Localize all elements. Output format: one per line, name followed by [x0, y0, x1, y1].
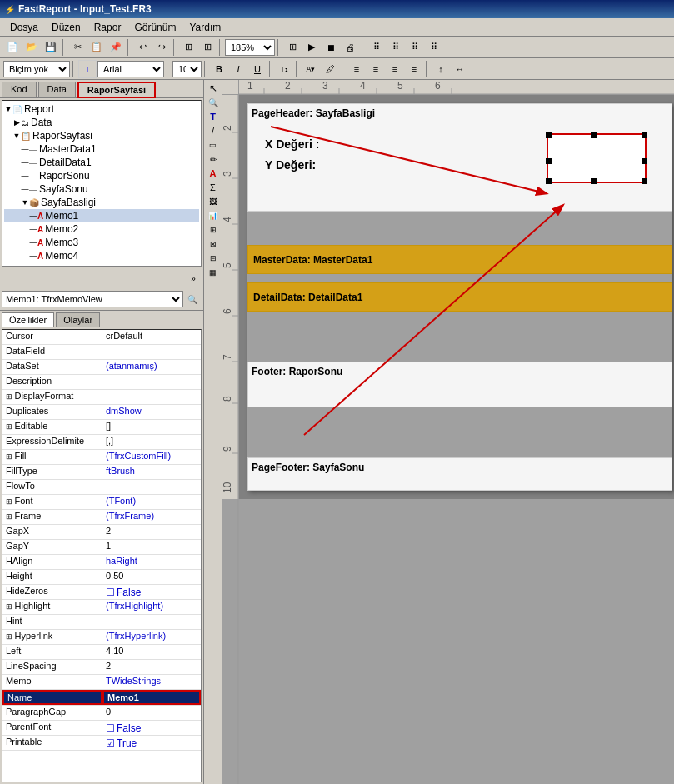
prop-editable-value[interactable]: [] [102, 420, 201, 434]
font-combo[interactable]: Arial [97, 61, 164, 77]
expand-raporsayfasi[interactable]: ▼ [12, 132, 21, 140]
zoom-tool[interactable]: 🔍 [207, 96, 220, 109]
handle-bl[interactable] [546, 178, 552, 184]
scrollable-canvas[interactable]: 1 2 3 4 5 6 [222, 80, 674, 784]
handle-br[interactable] [642, 178, 647, 184]
more-btn[interactable]: ⠿ [406, 38, 424, 57]
tree-detaildata1[interactable]: — — DetailData1 [4, 156, 199, 169]
tree-report[interactable]: ▼ 📄 Report [4, 102, 199, 116]
redo-btn[interactable]: ↪ [152, 38, 171, 57]
tab-data[interactable]: Data [38, 82, 76, 97]
expand-panel-btn[interactable]: » [184, 269, 202, 287]
prop-cursor-value[interactable]: crDefault [102, 330, 201, 344]
spacing-btn[interactable]: ↔ [451, 60, 469, 78]
tree-memo3[interactable]: — A Memo3 [4, 236, 199, 249]
prop-frame-name[interactable]: Frame [2, 510, 102, 524]
expand-memo1[interactable]: — [29, 212, 37, 220]
prop-flowto-value[interactable] [102, 480, 201, 494]
expand-memo3[interactable]: — [29, 238, 37, 247]
component-combo[interactable]: Memo1: TfrxMemoView [2, 291, 183, 307]
parentfont-checkbox[interactable]: ☐ [106, 722, 115, 734]
italic-btn[interactable]: I [229, 60, 247, 78]
copy-btn[interactable]: 📋 [87, 38, 106, 57]
line-spacing-btn[interactable]: ↕ [432, 60, 450, 78]
prop-highlight-name[interactable]: Highlight [2, 600, 102, 614]
underline-btn[interactable]: U [248, 60, 267, 78]
prop-halign-value[interactable]: haRight [102, 555, 201, 569]
tree-sayfasonu[interactable]: — — SayfaSonu [4, 182, 199, 196]
menu-yardim[interactable]: Yardım [182, 20, 227, 35]
menu-rapor[interactable]: Rapor [87, 20, 128, 35]
handle-ml[interactable] [546, 158, 552, 164]
expand-detaildata1[interactable]: — [21, 158, 29, 167]
hidezeros-checkbox[interactable]: ☐ [106, 587, 115, 598]
tab-raporsayfasi[interactable]: RaporSayfasi [77, 82, 156, 98]
stop-btn[interactable]: ⏹ [322, 38, 340, 57]
subscript-btn[interactable]: T₁ [275, 60, 293, 78]
prop-displayformat-name[interactable]: DisplayFormat [2, 390, 102, 404]
tree-sayfabasligi[interactable]: ▼ 📦 SayfaBasligi [4, 196, 199, 209]
component-search-btn[interactable]: 🔍 [183, 290, 202, 308]
prop-hyperlink-name[interactable]: Hyperlink [2, 630, 102, 644]
prop-linespacing-value[interactable]: 2 [102, 660, 201, 674]
prop-parentfont-value[interactable]: ☐ False [102, 721, 201, 735]
image-tool[interactable]: 🖼 [207, 195, 220, 208]
fontsize-combo[interactable]: 10 [172, 61, 202, 77]
tab-kod[interactable]: Kod [2, 82, 37, 97]
align-btn[interactable]: ⊞ [179, 38, 197, 57]
prop-font-value[interactable]: (TFont) [102, 495, 201, 509]
open-btn[interactable]: 📂 [22, 38, 41, 57]
expand-report[interactable]: ▼ [4, 105, 12, 113]
menu-dosya[interactable]: Dosya [3, 20, 45, 35]
paste-btn[interactable]: 📌 [107, 38, 125, 57]
tree-memo1[interactable]: — A Memo1 [4, 209, 199, 222]
tab-olaylar[interactable]: Olaylar [56, 312, 100, 327]
prop-gapx-value[interactable]: 2 [102, 525, 201, 539]
prop-frame-value[interactable]: (TfrxFrame) [102, 510, 201, 524]
rows-btn[interactable]: ⠿ [387, 38, 405, 57]
prop-left-value[interactable]: 4,10 [102, 645, 201, 659]
expand-sayfabasligi[interactable]: ▼ [21, 198, 29, 207]
grid2-btn[interactable]: ⊞ [283, 38, 302, 57]
bar-btn[interactable]: ⠿ [425, 38, 443, 57]
tool11[interactable]: ⊠ [207, 237, 220, 251]
tab-ozellikler[interactable]: Özellikler [2, 312, 54, 327]
prop-duplicates-value[interactable]: dmShow [102, 405, 201, 419]
prop-dataset-value[interactable]: (atanmamış) [102, 360, 201, 374]
save-btn[interactable]: 💾 [42, 38, 60, 57]
memo-selected-box[interactable] [547, 133, 647, 183]
expand-memo4[interactable]: — [29, 252, 37, 260]
handle-tl[interactable] [546, 132, 552, 138]
new-btn[interactable]: 📄 [3, 38, 22, 57]
menu-duzen[interactable]: Düzen [45, 20, 87, 35]
prop-font-name[interactable]: Font [2, 495, 102, 509]
prop-description-value[interactable] [102, 375, 201, 389]
prop-paragraphgap-value[interactable]: 0 [102, 706, 201, 720]
tree-memo2[interactable]: — A Memo2 [4, 222, 199, 236]
textA-tool[interactable]: A [207, 167, 220, 180]
cols-btn[interactable]: ⠿ [367, 38, 386, 57]
expand-sayfasonu[interactable]: — [21, 185, 29, 193]
grid-btn[interactable]: ⊞ [198, 38, 217, 57]
align-justify-btn[interactable]: ≡ [405, 60, 423, 78]
prop-hint-value[interactable] [102, 615, 201, 629]
prop-editable-name[interactable]: Editable [2, 420, 102, 434]
expand-raporsonu[interactable]: — [21, 172, 29, 180]
line-tool[interactable]: / [207, 124, 220, 137]
tree-memo4[interactable]: — A Memo4 [4, 249, 199, 262]
undo-btn[interactable]: ↩ [133, 38, 152, 57]
align-left-btn[interactable]: ≡ [347, 60, 366, 78]
handle-bm[interactable] [591, 178, 597, 184]
prop-displayformat-value[interactable] [102, 390, 201, 404]
tree-data[interactable]: ▶ 🗂 Data [4, 116, 199, 129]
sigma-tool[interactable]: Σ [207, 181, 220, 194]
prop-fill-name[interactable]: Fill [2, 450, 102, 464]
expand-masterdata1[interactable]: — [21, 145, 29, 153]
biçim-combo[interactable]: Biçim yok [3, 61, 70, 77]
tool13[interactable]: ▦ [207, 266, 220, 279]
menu-goruntum[interactable]: Görünüm [127, 20, 182, 35]
align-right-btn[interactable]: ≡ [386, 60, 404, 78]
handle-tm[interactable] [591, 132, 597, 138]
tree-raporsonu[interactable]: — — RaporSonu [4, 169, 199, 182]
prop-height-value[interactable]: 0,50 [102, 570, 201, 584]
